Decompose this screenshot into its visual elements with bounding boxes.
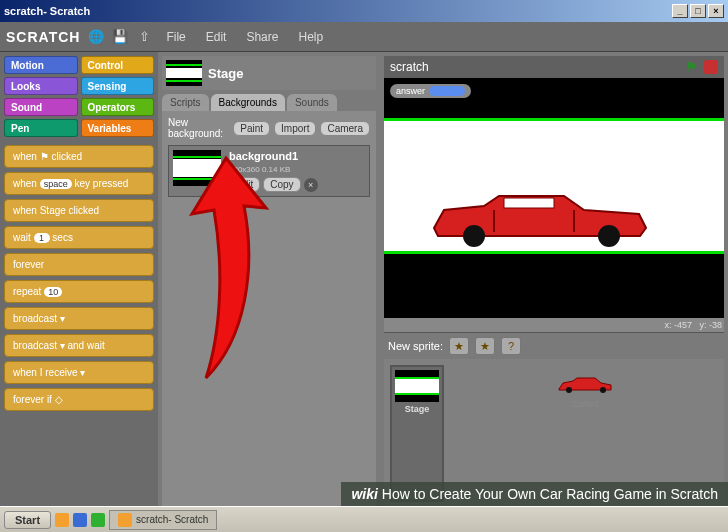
bg-copy-button[interactable]: Copy bbox=[263, 177, 300, 192]
sprite-thumbnail[interactable] bbox=[555, 375, 615, 395]
menu-file[interactable]: File bbox=[160, 28, 191, 46]
maximize-button[interactable]: □ bbox=[690, 4, 706, 18]
answer-value bbox=[429, 86, 465, 96]
upload-icon[interactable]: ⇧ bbox=[136, 29, 152, 45]
windows-taskbar: Start scratch- Scratch bbox=[0, 506, 728, 532]
block-wait-secs[interactable]: wait 1 secs bbox=[4, 226, 154, 249]
tab-sounds[interactable]: Sounds bbox=[287, 94, 337, 111]
menu-share[interactable]: Share bbox=[240, 28, 284, 46]
menu-help[interactable]: Help bbox=[292, 28, 329, 46]
car-sprite bbox=[424, 188, 654, 248]
bg-delete-button[interactable]: × bbox=[304, 178, 318, 192]
random-sprite-button[interactable]: ? bbox=[501, 337, 521, 355]
category-sound[interactable]: Sound bbox=[4, 98, 78, 116]
new-sprite-label: New sprite: bbox=[388, 340, 443, 352]
category-variables[interactable]: Variables bbox=[81, 119, 155, 137]
scratch-logo: SCRATCH bbox=[6, 29, 80, 45]
block-palette: Motion Control Looks Sensing Sound Opera… bbox=[0, 52, 158, 512]
minimize-button[interactable]: _ bbox=[672, 4, 688, 18]
background-meta: 480x360 0.14 KB bbox=[229, 165, 318, 174]
svg-point-2 bbox=[598, 225, 620, 247]
answer-label: answer bbox=[396, 86, 425, 96]
tab-scripts[interactable]: Scripts bbox=[162, 94, 209, 111]
block-forever-if[interactable]: forever if ◇ bbox=[4, 388, 154, 411]
block-broadcast-wait[interactable]: broadcast ▾ and wait bbox=[4, 334, 154, 357]
center-panel: Stage Scripts Backgrounds Sounds New bac… bbox=[158, 52, 380, 512]
camera-button[interactable]: Camera bbox=[320, 121, 370, 136]
svg-rect-0 bbox=[504, 198, 554, 208]
category-operators[interactable]: Operators bbox=[81, 98, 155, 116]
globe-icon[interactable]: 🌐 bbox=[88, 29, 104, 45]
stage-panel: scratch ⚑ answer x: -457 y: -38 bbox=[380, 52, 728, 512]
block-broadcast[interactable]: broadcast ▾ bbox=[4, 307, 154, 330]
wikihow-logo: wiki bbox=[351, 486, 377, 502]
stage-view[interactable]: answer bbox=[384, 78, 724, 318]
close-button[interactable]: × bbox=[708, 4, 724, 18]
save-icon[interactable]: 💾 bbox=[112, 29, 128, 45]
paint-button[interactable]: Paint bbox=[233, 121, 270, 136]
stop-icon[interactable] bbox=[704, 60, 718, 74]
import-button[interactable]: Import bbox=[274, 121, 316, 136]
block-when-stage-clicked[interactable]: when Stage clicked bbox=[4, 199, 154, 222]
svg-point-1 bbox=[463, 225, 485, 247]
bg-edit-button[interactable]: Edit bbox=[229, 177, 260, 192]
paint-sprite-button[interactable]: ★ bbox=[449, 337, 469, 355]
wikihow-watermark: wiki How to Create Your Own Car Racing G… bbox=[341, 482, 728, 506]
app-toolbar: SCRATCH 🌐 💾 ⇧ File Edit Share Help bbox=[0, 22, 728, 52]
stage-thumb-header bbox=[166, 60, 202, 86]
green-flag-icon[interactable]: ⚑ bbox=[685, 59, 698, 75]
category-looks[interactable]: Looks bbox=[4, 77, 78, 95]
block-repeat[interactable]: repeat 10 bbox=[4, 280, 154, 303]
window-titlebar: scratch- Scratch _ □ × bbox=[0, 0, 728, 22]
background-item[interactable]: background1 480x360 0.14 KB Edit Copy × bbox=[168, 145, 370, 197]
quicklaunch-icon[interactable] bbox=[91, 513, 105, 527]
category-pen[interactable]: Pen bbox=[4, 119, 78, 137]
block-forever[interactable]: forever bbox=[4, 253, 154, 276]
category-grid: Motion Control Looks Sensing Sound Opera… bbox=[4, 56, 154, 137]
tab-backgrounds[interactable]: Backgrounds bbox=[211, 94, 285, 111]
quicklaunch-icon[interactable] bbox=[73, 513, 87, 527]
choose-sprite-button[interactable]: ★ bbox=[475, 337, 495, 355]
mouse-coords: x: -457 y: -38 bbox=[384, 318, 724, 332]
start-button[interactable]: Start bbox=[4, 511, 51, 529]
block-when-key-pressed[interactable]: when space key pressed bbox=[4, 172, 154, 195]
background-thumb bbox=[173, 150, 221, 186]
category-control[interactable]: Control bbox=[81, 56, 155, 74]
menu-edit[interactable]: Edit bbox=[200, 28, 233, 46]
app-icon bbox=[118, 513, 132, 527]
quicklaunch-icon[interactable] bbox=[55, 513, 69, 527]
svg-point-6 bbox=[600, 387, 606, 393]
stage-title: Stage bbox=[208, 66, 243, 81]
taskbar-item[interactable]: scratch- Scratch bbox=[109, 510, 217, 530]
background-name: background1 bbox=[229, 150, 318, 162]
sprite-name: Sprite1 bbox=[571, 399, 600, 409]
category-motion[interactable]: Motion bbox=[4, 56, 78, 74]
block-when-flag-clicked[interactable]: when ⚑ clicked bbox=[4, 145, 154, 168]
project-name: scratch bbox=[390, 60, 679, 74]
block-when-receive[interactable]: when I receive ▾ bbox=[4, 361, 154, 384]
new-background-label: New background: bbox=[168, 117, 229, 139]
svg-point-5 bbox=[566, 387, 572, 393]
category-sensing[interactable]: Sensing bbox=[81, 77, 155, 95]
window-title: scratch- Scratch bbox=[4, 5, 90, 17]
wikihow-text: How to Create Your Own Car Racing Game i… bbox=[382, 486, 718, 502]
answer-monitor[interactable]: answer bbox=[390, 84, 471, 98]
